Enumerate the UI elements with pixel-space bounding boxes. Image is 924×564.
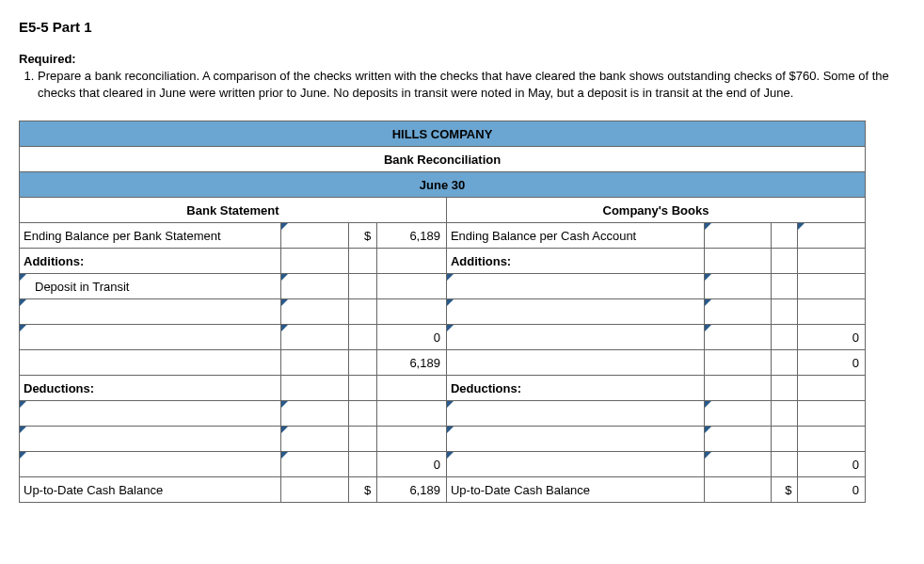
company-books-col: Company's Books [446,198,865,223]
cell[interactable] [446,401,704,427]
cell[interactable] [20,452,281,477]
cash-ending-amount[interactable] [798,223,866,249]
cell[interactable] [20,299,281,325]
reconciliation-table: HILLS COMPANY Bank Reconciliation June 3… [19,121,866,503]
deductions-subtotal-bank: 0 [377,452,447,477]
cell[interactable] [281,223,349,249]
cell-dotted[interactable] [281,249,349,274]
additions-total-co: 0 [798,350,866,376]
company-header: HILLS COMPANY [20,121,866,147]
additions-total-bank: 6,189 [377,350,447,376]
cell[interactable] [704,452,772,477]
cell[interactable] [704,274,772,299]
page-title: E5-5 Part 1 [19,19,905,35]
instruction-text: Prepare a bank reconciliation. A compari… [38,68,905,102]
cell[interactable] [20,401,281,427]
cell[interactable] [446,427,704,452]
cell[interactable] [446,452,704,477]
cell[interactable] [446,299,704,325]
cell[interactable] [704,427,772,452]
deductions-label-co: Deductions: [446,376,704,401]
additions-label-bank: Additions: [20,249,281,274]
cell[interactable] [20,427,281,452]
deductions-label-bank: Deductions: [20,376,281,401]
cell[interactable] [281,325,349,350]
cell[interactable] [281,427,349,452]
bank-ending-amount: 6,189 [377,223,447,249]
row-ending-bank: Ending Balance per Bank Statement [20,223,281,249]
cell[interactable] [704,299,772,325]
cell[interactable] [281,401,349,427]
cell[interactable] [704,401,772,427]
uptodate-label-co: Up-to-Date Cash Balance [446,477,704,503]
cell [772,223,798,249]
bank-statement-col: Bank Statement [20,198,447,223]
uptodate-label-bank: Up-to-Date Cash Balance [20,477,281,503]
required-label: Required: [19,52,905,66]
cell[interactable] [281,274,349,299]
uptodate-amount-bank: 6,189 [377,477,447,503]
uptodate-amount-co: 0 [798,477,866,503]
additions-subtotal-co: 0 [798,325,866,350]
doc-header: Bank Reconciliation [20,147,866,172]
cell[interactable] [446,274,704,299]
instruction-block: Prepare a bank reconciliation. A compari… [19,68,905,102]
date-header: June 30 [20,172,866,198]
deductions-subtotal-co: 0 [798,452,866,477]
cell[interactable] [704,325,772,350]
dollar-sign: $ [348,223,376,249]
additions-subtotal-bank: 0 [377,325,447,350]
additions-label-co: Additions: [446,249,704,274]
row-ending-cash: Ending Balance per Cash Account [446,223,704,249]
deposit-in-transit-label[interactable]: Deposit in Transit [20,274,281,299]
dollar-sign: $ [348,477,376,503]
cell[interactable] [704,223,772,249]
dollar-sign: $ [772,477,798,503]
cell[interactable] [20,325,281,350]
cell[interactable] [446,325,704,350]
cell[interactable] [281,452,349,477]
cell[interactable] [281,299,349,325]
